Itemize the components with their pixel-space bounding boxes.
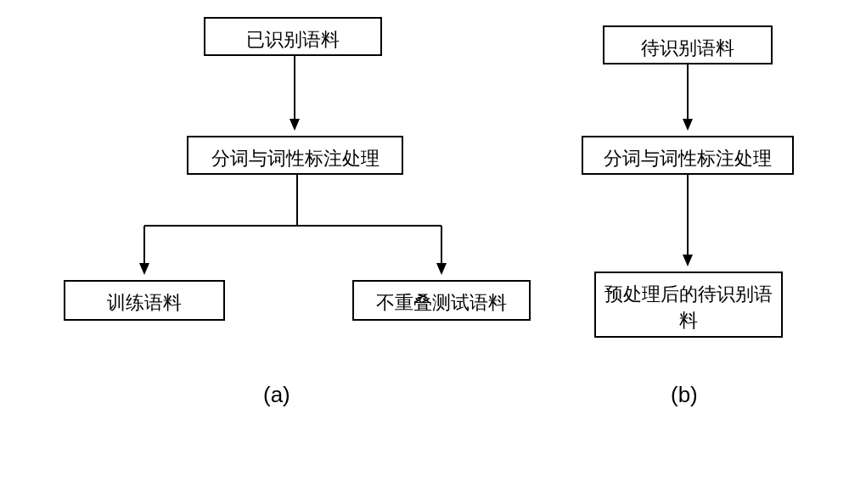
box-training-corpus: 训练语料 [64, 280, 225, 321]
label-b: (b) [671, 382, 698, 408]
arrow-b2-b3 [686, 175, 694, 272]
arrow-a1-a2 [293, 56, 301, 136]
box-segmentation-pos-b: 分词与词性标注处理 [582, 136, 794, 175]
box-identified-corpus: 已识别语料 [204, 17, 382, 56]
box-nonoverlap-test-corpus: 不重叠测试语料 [352, 280, 531, 321]
box-unidentified-corpus: 待识别语料 [603, 25, 773, 64]
arrow-a2-split [59, 175, 535, 285]
box-preprocessed-corpus: 预处理后的待识别语料 [594, 272, 783, 338]
arrow-b1-b2 [686, 64, 694, 136]
label-a: (a) [263, 382, 290, 408]
box-segmentation-pos: 分词与词性标注处理 [187, 136, 403, 175]
